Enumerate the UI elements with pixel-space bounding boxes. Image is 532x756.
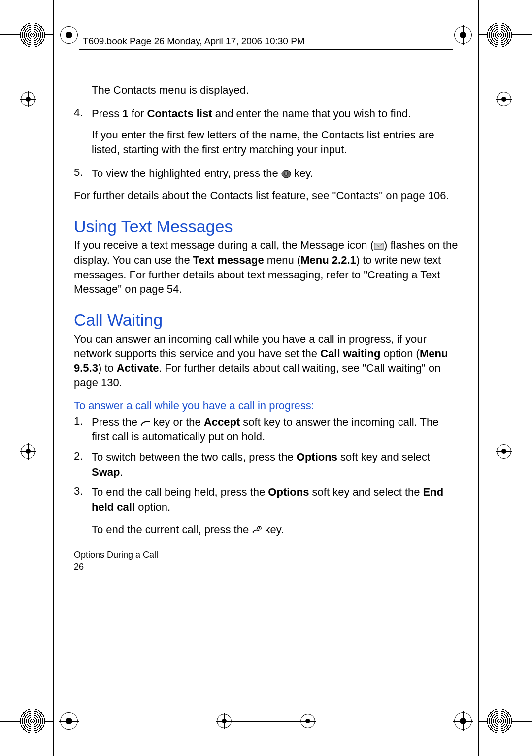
text: To switch between the two calls, press t… [92, 451, 297, 463]
text: soft key and select [337, 451, 430, 463]
paragraph: If you receive a text message during a c… [74, 238, 458, 297]
swirl-icon [20, 22, 45, 48]
list-item: Press the key or the Accept soft key to … [92, 415, 458, 444]
registration-mark-icon [60, 712, 78, 730]
crop-vline-right [478, 10, 479, 746]
paragraph: The Contacts menu is displayed. [92, 83, 458, 98]
text: To end the current call, press the [92, 523, 252, 536]
svg-point-5 [141, 424, 142, 425]
bold-text: Options [268, 486, 309, 498]
list-item: To end the call being held, press the Op… [92, 485, 458, 514]
message-icon [374, 242, 384, 251]
text: To end the call being held, press the [92, 486, 268, 498]
text: for [129, 107, 147, 120]
text: option. [135, 501, 170, 513]
text: and enter the name that you wish to find… [212, 107, 411, 120]
list-number: 1. [74, 415, 92, 444]
page-footer: Options During a Call 26 [74, 550, 458, 573]
page-content: The Contacts menu is displayed. 4. Press… [74, 79, 458, 697]
registration-mark-icon [497, 92, 511, 106]
svg-point-1 [284, 172, 288, 176]
footer-page-number: 26 [74, 561, 458, 573]
crop-vline-left [53, 10, 54, 746]
registration-mark-icon [60, 26, 78, 44]
swirl-icon [20, 708, 45, 734]
svg-rect-3 [286, 172, 287, 175]
running-header: T609.book Page 26 Monday, April 17, 2006… [83, 36, 305, 47]
send-key-icon [140, 419, 150, 428]
paragraph: You can answer an incoming call while yo… [74, 332, 458, 390]
bold-text: Swap [92, 466, 120, 478]
registration-mark-icon [454, 712, 472, 730]
text: soft key and select the [309, 486, 423, 498]
list-number: 4. [74, 106, 92, 121]
text: key. [291, 167, 313, 179]
subheading: To answer a call while you have a call i… [74, 399, 458, 412]
text: menu ( [264, 254, 301, 266]
registration-mark-icon [454, 26, 472, 44]
bold-text: Text message [193, 254, 264, 266]
text: If you receive a text message during a c… [74, 239, 374, 251]
header-rule [79, 49, 453, 50]
swirl-icon [487, 22, 512, 48]
swirl-icon [487, 708, 512, 734]
crop-mark [217, 721, 315, 722]
text: Press [92, 107, 122, 120]
footer-section: Options During a Call [74, 550, 458, 561]
registration-mark-icon [21, 444, 35, 459]
bold-text: Options [297, 451, 337, 463]
bold-text: 1 [122, 107, 128, 120]
text: . [120, 466, 123, 478]
heading-using-text-messages: Using Text Messages [74, 217, 458, 236]
text: ) to [98, 362, 117, 374]
crop-mark [53, 0, 54, 20]
paragraph: To end the current call, press the key. [92, 522, 458, 537]
text: option ( [380, 347, 420, 360]
list-number: 2. [74, 450, 92, 479]
registration-mark-icon [21, 92, 35, 106]
bold-text: Contacts list [147, 107, 212, 120]
list-item: To switch between the two calls, press t… [92, 450, 458, 479]
bold-text: Menu 2.2.1 [300, 254, 356, 266]
registration-mark-icon [497, 444, 511, 459]
text: key or the [150, 416, 204, 428]
text: key. [262, 523, 284, 536]
list-item: Press 1 for Contacts list and enter the … [92, 106, 458, 121]
list-item: To view the highlighted entry, press the… [92, 166, 458, 181]
svg-rect-2 [285, 172, 286, 175]
text: Press the [92, 416, 140, 428]
crop-mark [478, 0, 479, 20]
end-key-icon [252, 525, 262, 534]
bold-text: Call waiting [320, 347, 380, 360]
svg-point-6 [253, 531, 254, 533]
text: To view the highlighted entry, press the [92, 167, 281, 179]
paragraph: If you enter the first few letters of th… [92, 128, 458, 157]
crop-mark [53, 736, 54, 756]
crop-mark [478, 736, 479, 756]
heading-call-waiting: Call Waiting [74, 310, 458, 330]
paragraph: For further details about the Contacts l… [74, 188, 458, 203]
list-number: 5. [74, 166, 92, 181]
list-number: 3. [74, 485, 92, 514]
bold-text: Accept [204, 416, 240, 428]
bold-text: Activate [117, 362, 159, 374]
ok-key-icon [281, 170, 291, 178]
